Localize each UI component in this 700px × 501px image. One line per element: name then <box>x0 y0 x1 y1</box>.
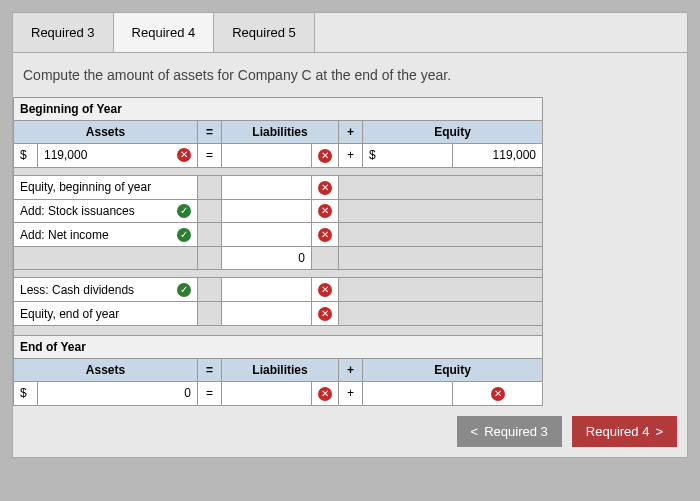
pad <box>339 223 543 247</box>
tab-required-5[interactable]: Required 5 <box>214 13 315 52</box>
pad <box>339 302 543 326</box>
mark-netincome: ✕ <box>312 223 339 247</box>
assets-begin-value: 119,000 <box>44 148 87 162</box>
worksheet-grid: Beginning of Year Assets = Liabilities +… <box>13 97 543 406</box>
row-dividends[interactable]: Less: Cash dividends ✓ <box>14 278 198 302</box>
pad <box>198 247 222 270</box>
label-dividends: Less: Cash dividends <box>20 283 134 297</box>
gap-row <box>14 167 543 175</box>
pad <box>339 247 543 270</box>
row-stock[interactable]: Add: Stock issuances ✓ <box>14 199 198 223</box>
mark-eq-begin: ✕ <box>312 175 339 199</box>
label-netincome: Add: Net income <box>20 228 109 242</box>
hdr-eq: = <box>198 121 222 144</box>
assets-end-value: 0 <box>38 381 198 405</box>
hdr-liabilities: Liabilities <box>222 121 339 144</box>
check-icon: ✓ <box>177 204 191 218</box>
input-dividends[interactable] <box>222 278 312 302</box>
hdr-liabilities-end: Liabilities <box>222 358 339 381</box>
tab-required-3[interactable]: Required 3 <box>13 13 114 52</box>
section-end: End of Year <box>14 335 543 358</box>
check-icon: ✓ <box>177 228 191 242</box>
wrong-icon: ✕ <box>318 283 332 297</box>
hdr-plus: + <box>339 121 363 144</box>
pad <box>198 278 222 302</box>
input-netincome[interactable] <box>222 223 312 247</box>
plus-begin: + <box>339 144 363 168</box>
hdr-plus-end: + <box>339 358 363 381</box>
wrong-icon: ✕ <box>491 387 505 401</box>
wrong-icon: ✕ <box>318 228 332 242</box>
label-stock: Add: Stock issuances <box>20 204 135 218</box>
eq-end: = <box>198 381 222 405</box>
liab-end-cell[interactable] <box>222 381 312 405</box>
pad <box>339 199 543 223</box>
assets-end-currency: $ <box>14 381 38 405</box>
prev-button[interactable]: < Required 3 <box>457 416 562 447</box>
instruction-text: Compute the amount of assets for Company… <box>13 53 687 97</box>
pad <box>14 247 198 270</box>
input-eq-begin[interactable] <box>222 175 312 199</box>
equity-begin-value: 119,000 <box>453 144 543 168</box>
pad <box>198 302 222 326</box>
wrong-icon: ✕ <box>318 387 332 401</box>
hdr-equity: Equity <box>363 121 543 144</box>
next-label: Required 4 <box>586 424 650 439</box>
mark-eq-end: ✕ <box>312 302 339 326</box>
equity-begin-currency: $ <box>363 144 453 168</box>
chevron-right-icon: > <box>655 424 663 439</box>
assets-begin-currency: $ <box>14 144 38 168</box>
worksheet-panel: Required 3 Required 4 Required 5 Compute… <box>12 12 688 458</box>
gap-row <box>14 270 543 278</box>
pad <box>198 199 222 223</box>
equity-end-cell[interactable] <box>363 381 453 405</box>
wrong-icon: ✕ <box>177 148 191 162</box>
pad <box>198 175 222 199</box>
gap-row <box>14 325 543 335</box>
input-stock[interactable] <box>222 199 312 223</box>
label-eq-begin: Equity, beginning of year <box>14 175 198 199</box>
check-icon: ✓ <box>177 283 191 297</box>
row-netincome[interactable]: Add: Net income ✓ <box>14 223 198 247</box>
pad <box>312 247 339 270</box>
liab-begin-mark: ✕ <box>312 144 339 168</box>
next-button[interactable]: Required 4 > <box>572 416 677 447</box>
mark-stock: ✕ <box>312 199 339 223</box>
pad <box>198 223 222 247</box>
liab-begin-cell[interactable] <box>222 144 312 168</box>
chevron-left-icon: < <box>471 424 479 439</box>
hdr-assets-end: Assets <box>14 358 198 381</box>
wrong-icon: ✕ <box>318 307 332 321</box>
subtotal-value: 0 <box>222 247 312 270</box>
eq-begin: = <box>198 144 222 168</box>
wrong-icon: ✕ <box>318 181 332 195</box>
label-eq-end: Equity, end of year <box>14 302 198 326</box>
section-beginning: Beginning of Year <box>14 98 543 121</box>
wrong-icon: ✕ <box>318 149 332 163</box>
tab-required-4[interactable]: Required 4 <box>114 13 215 52</box>
nav-bar: < Required 3 Required 4 > <box>13 406 687 457</box>
plus-end: + <box>339 381 363 405</box>
input-eq-end[interactable] <box>222 302 312 326</box>
hdr-assets: Assets <box>14 121 198 144</box>
wrong-icon: ✕ <box>318 204 332 218</box>
assets-begin-cell[interactable]: 119,000 ✕ <box>38 144 198 168</box>
hdr-eq-end: = <box>198 358 222 381</box>
liab-end-mark: ✕ <box>312 381 339 405</box>
pad <box>339 175 543 199</box>
hdr-equity-end: Equity <box>363 358 543 381</box>
pad <box>339 278 543 302</box>
mark-dividends: ✕ <box>312 278 339 302</box>
prev-label: Required 3 <box>484 424 548 439</box>
equity-end-mark: ✕ <box>453 381 543 405</box>
tabs-bar: Required 3 Required 4 Required 5 <box>13 13 687 53</box>
